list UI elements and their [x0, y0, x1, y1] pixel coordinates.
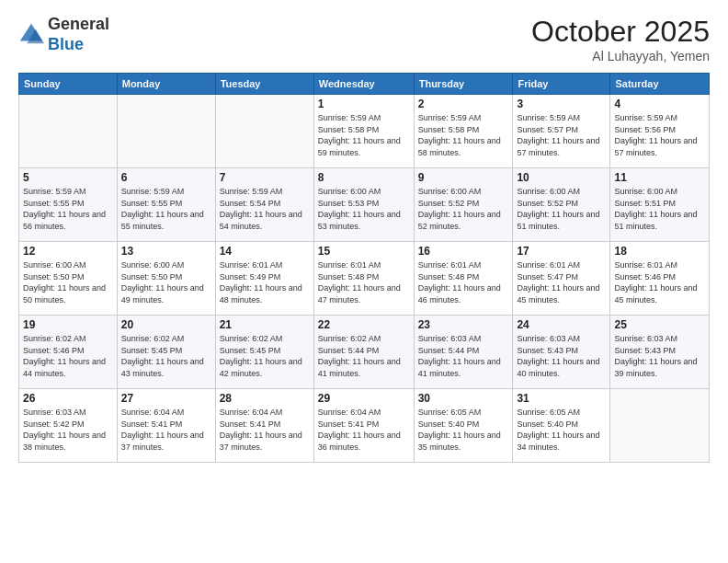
month-title: October 2025 [531, 15, 710, 49]
sunrise-text: Sunrise: 6:03 AM [418, 334, 482, 343]
daylight-text: Daylight: 11 hours and 51 minutes. [614, 210, 697, 231]
page-header: General Blue October 2025 Al Luhayyah, Y… [18, 15, 710, 63]
calendar-cell: 25 Sunrise: 6:03 AM Sunset: 5:43 PM Dayl… [610, 316, 710, 389]
calendar-cell: 24 Sunrise: 6:03 AM Sunset: 5:43 PM Dayl… [513, 316, 610, 389]
calendar-cell: 8 Sunrise: 6:00 AM Sunset: 5:53 PM Dayli… [313, 168, 414, 242]
day-info: Sunrise: 6:01 AM Sunset: 5:46 PM Dayligh… [614, 259, 705, 305]
day-info: Sunrise: 6:02 AM Sunset: 5:45 PM Dayligh… [220, 333, 310, 379]
col-tuesday: Tuesday [215, 74, 313, 95]
sunset-text: Sunset: 5:55 PM [121, 199, 183, 208]
day-number: 13 [121, 245, 211, 258]
col-sunday: Sunday [19, 74, 118, 95]
day-number: 22 [318, 318, 410, 331]
sunset-text: Sunset: 5:51 PM [614, 199, 676, 208]
day-number: 3 [517, 98, 606, 110]
calendar-table: Sunday Monday Tuesday Wednesday Thursday… [18, 73, 710, 463]
day-info: Sunrise: 6:02 AM Sunset: 5:46 PM Dayligh… [23, 333, 113, 379]
day-number: 6 [121, 171, 211, 184]
day-number: 31 [517, 392, 606, 405]
day-number: 26 [23, 392, 113, 405]
sunrise-text: Sunrise: 6:00 AM [318, 187, 381, 196]
calendar-header-row: Sunday Monday Tuesday Wednesday Thursday… [19, 74, 710, 95]
logo: General Blue [18, 15, 109, 54]
daylight-text: Daylight: 11 hours and 45 minutes. [517, 283, 599, 304]
calendar-cell: 21 Sunrise: 6:02 AM Sunset: 5:45 PM Dayl… [215, 316, 313, 389]
sunset-text: Sunset: 5:41 PM [318, 419, 380, 429]
day-number: 25 [614, 318, 705, 331]
calendar-cell: 9 Sunrise: 6:00 AM Sunset: 5:52 PM Dayli… [414, 168, 513, 242]
calendar-cell: 30 Sunrise: 6:05 AM Sunset: 5:40 PM Dayl… [414, 389, 513, 463]
page-container: General Blue October 2025 Al Luhayyah, Y… [0, 0, 728, 563]
sunrise-text: Sunrise: 6:03 AM [614, 334, 677, 343]
daylight-text: Daylight: 11 hours and 44 minutes. [23, 357, 106, 378]
day-number: 27 [121, 392, 211, 405]
calendar-cell: 15 Sunrise: 6:01 AM Sunset: 5:48 PM Dayl… [313, 242, 414, 316]
calendar-cell [610, 389, 710, 463]
daylight-text: Daylight: 11 hours and 39 minutes. [614, 357, 697, 378]
calendar-cell: 5 Sunrise: 5:59 AM Sunset: 5:55 PM Dayli… [19, 168, 118, 242]
sunset-text: Sunset: 5:57 PM [517, 125, 578, 134]
sunset-text: Sunset: 5:40 PM [517, 419, 578, 429]
sunset-text: Sunset: 5:43 PM [517, 346, 578, 355]
sunset-text: Sunset: 5:48 PM [418, 272, 480, 282]
sunrise-text: Sunrise: 5:59 AM [517, 113, 580, 122]
sunrise-text: Sunrise: 6:00 AM [121, 260, 185, 270]
sunrise-text: Sunrise: 5:59 AM [614, 113, 677, 122]
sunrise-text: Sunrise: 6:00 AM [23, 260, 86, 270]
calendar-week-2: 12 Sunrise: 6:00 AM Sunset: 5:50 PM Dayl… [19, 242, 710, 316]
sunrise-text: Sunrise: 6:01 AM [220, 260, 283, 270]
sunset-text: Sunset: 5:45 PM [121, 346, 183, 355]
day-number: 4 [614, 98, 705, 110]
sunset-text: Sunset: 5:45 PM [220, 346, 281, 355]
daylight-text: Daylight: 11 hours and 51 minutes. [517, 210, 599, 231]
day-number: 29 [318, 392, 410, 405]
day-number: 7 [220, 171, 310, 184]
col-thursday: Thursday [414, 74, 513, 95]
sunset-text: Sunset: 5:52 PM [418, 199, 480, 208]
col-friday: Friday [513, 74, 610, 95]
day-number: 1 [318, 98, 410, 110]
calendar-cell: 26 Sunrise: 6:03 AM Sunset: 5:42 PM Dayl… [19, 389, 118, 463]
col-monday: Monday [117, 74, 215, 95]
sunrise-text: Sunrise: 6:04 AM [220, 408, 283, 417]
daylight-text: Daylight: 11 hours and 38 minutes. [23, 431, 106, 452]
sunrise-text: Sunrise: 6:04 AM [121, 408, 185, 417]
daylight-text: Daylight: 11 hours and 47 minutes. [318, 283, 401, 304]
daylight-text: Daylight: 11 hours and 37 minutes. [121, 431, 204, 452]
day-info: Sunrise: 5:59 AM Sunset: 5:57 PM Dayligh… [517, 112, 606, 158]
calendar-cell [215, 95, 313, 168]
day-number: 23 [418, 318, 509, 331]
sunrise-text: Sunrise: 6:05 AM [517, 408, 580, 417]
sunset-text: Sunset: 5:53 PM [318, 199, 380, 208]
sunset-text: Sunset: 5:46 PM [23, 346, 85, 355]
day-number: 21 [220, 318, 310, 331]
day-info: Sunrise: 6:02 AM Sunset: 5:45 PM Dayligh… [121, 333, 211, 379]
day-info: Sunrise: 5:59 AM Sunset: 5:56 PM Dayligh… [614, 112, 705, 158]
day-info: Sunrise: 6:04 AM Sunset: 5:41 PM Dayligh… [121, 407, 211, 453]
day-info: Sunrise: 6:01 AM Sunset: 5:48 PM Dayligh… [418, 259, 509, 305]
day-info: Sunrise: 6:00 AM Sunset: 5:50 PM Dayligh… [121, 259, 211, 305]
sunset-text: Sunset: 5:46 PM [614, 272, 676, 282]
daylight-text: Daylight: 11 hours and 54 minutes. [220, 210, 302, 231]
calendar-cell: 31 Sunrise: 6:05 AM Sunset: 5:40 PM Dayl… [513, 389, 610, 463]
calendar-cell: 29 Sunrise: 6:04 AM Sunset: 5:41 PM Dayl… [313, 389, 414, 463]
day-info: Sunrise: 6:03 AM Sunset: 5:43 PM Dayligh… [614, 333, 705, 379]
daylight-text: Daylight: 11 hours and 55 minutes. [121, 210, 204, 231]
sunset-text: Sunset: 5:44 PM [318, 346, 380, 355]
day-info: Sunrise: 6:01 AM Sunset: 5:49 PM Dayligh… [220, 259, 310, 305]
daylight-text: Daylight: 11 hours and 53 minutes. [318, 210, 401, 231]
day-number: 9 [418, 171, 509, 184]
day-info: Sunrise: 5:59 AM Sunset: 5:54 PM Dayligh… [220, 186, 310, 232]
day-info: Sunrise: 6:00 AM Sunset: 5:50 PM Dayligh… [23, 259, 113, 305]
daylight-text: Daylight: 11 hours and 41 minutes. [318, 357, 401, 378]
calendar-cell: 19 Sunrise: 6:02 AM Sunset: 5:46 PM Dayl… [19, 316, 118, 389]
col-wednesday: Wednesday [313, 74, 414, 95]
day-info: Sunrise: 6:01 AM Sunset: 5:47 PM Dayligh… [517, 259, 606, 305]
daylight-text: Daylight: 11 hours and 36 minutes. [318, 431, 401, 452]
sunset-text: Sunset: 5:56 PM [614, 125, 676, 134]
day-info: Sunrise: 5:59 AM Sunset: 5:58 PM Dayligh… [318, 112, 410, 158]
calendar-cell: 23 Sunrise: 6:03 AM Sunset: 5:44 PM Dayl… [414, 316, 513, 389]
sunrise-text: Sunrise: 6:02 AM [23, 334, 86, 343]
calendar-week-1: 5 Sunrise: 5:59 AM Sunset: 5:55 PM Dayli… [19, 168, 710, 242]
day-number: 10 [517, 171, 606, 184]
